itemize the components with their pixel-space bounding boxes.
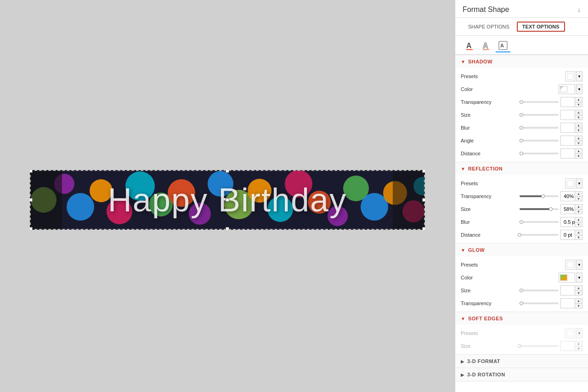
shadow-angle-down[interactable]: ▼: [575, 141, 582, 146]
shadow-blur-down[interactable]: ▼: [575, 128, 582, 133]
reflection-size-up[interactable]: ▲: [575, 205, 582, 210]
shadow-size-down[interactable]: ▼: [575, 115, 582, 120]
shadow-distance-down[interactable]: ▼: [575, 154, 582, 159]
reflection-transparency-thumb[interactable]: [541, 194, 545, 198]
reflection-size-thumb[interactable]: [549, 207, 553, 211]
shadow-size-up[interactable]: ▲: [575, 110, 582, 115]
glow-transparency-down[interactable]: ▼: [575, 304, 582, 308]
glow-size-track[interactable]: [520, 290, 559, 291]
handle-tc[interactable]: [226, 170, 229, 173]
text-effects-tab[interactable]: A: [496, 40, 510, 52]
glow-transparency-thumb[interactable]: [520, 301, 523, 305]
handle-bl[interactable]: [30, 227, 33, 230]
3d-rotation-header[interactable]: ▶ 3-D ROTATION: [455, 368, 588, 381]
soft-edges-presets-row: Presets ▼: [455, 327, 588, 340]
shadow-size-track[interactable]: [520, 114, 559, 116]
shadow-color-picker[interactable]: [559, 84, 575, 94]
glow-transparency-value[interactable]: ▲ ▼: [560, 298, 582, 308]
reflection-header[interactable]: ▼ REFLECTION: [455, 162, 588, 175]
reflection-transparency-down[interactable]: ▼: [575, 197, 582, 201]
shadow-size-thumb[interactable]: [520, 113, 523, 117]
reflection-size-down[interactable]: ▼: [575, 210, 582, 214]
shadow-angle-thumb[interactable]: [520, 139, 523, 142]
shadow-presets-btn[interactable]: [565, 71, 575, 81]
reflection-blur-down[interactable]: ▼: [575, 222, 582, 227]
text-outline-tab[interactable]: A: [479, 40, 494, 52]
reflection-distance-value[interactable]: 0 pt ▲ ▼: [560, 230, 582, 240]
shadow-distance-value[interactable]: ▲ ▼: [560, 148, 582, 159]
soft-edges-presets-control: ▼: [565, 328, 582, 338]
reflection-distance-down[interactable]: ▼: [575, 235, 582, 240]
shadow-blur-thumb[interactable]: [520, 126, 523, 130]
shadow-angle-value[interactable]: ▲ ▼: [560, 136, 582, 146]
shadow-distance-track[interactable]: [520, 153, 559, 154]
shadow-blur-value[interactable]: ▲ ▼: [560, 123, 582, 133]
reflection-distance-track[interactable]: [520, 234, 559, 236]
text-options-tab[interactable]: TEXT OPTIONS: [517, 22, 565, 32]
reflection-distance-thumb[interactable]: [518, 233, 521, 237]
center-handle[interactable]: [226, 198, 229, 202]
shadow-size-value[interactable]: ▲ ▼: [560, 110, 582, 120]
shadow-transparency-thumb[interactable]: [520, 100, 523, 104]
soft-edges-size-value[interactable]: ▲ ▼: [560, 341, 582, 351]
shadow-size-slider-container: [520, 114, 559, 116]
shadow-color-arrow[interactable]: ▼: [576, 84, 582, 94]
glow-presets-btn[interactable]: [565, 260, 575, 270]
reflection-transparency-track[interactable]: [520, 195, 559, 197]
soft-edges-size-down[interactable]: ▼: [575, 347, 582, 351]
close-icon[interactable]: ↓: [577, 6, 581, 13]
reflection-blur-track[interactable]: [520, 221, 559, 223]
shadow-angle-track[interactable]: [520, 140, 559, 142]
shadow-transparency-up[interactable]: ▲: [575, 97, 582, 102]
shadow-blur-up[interactable]: ▲: [575, 123, 582, 128]
glow-header[interactable]: ▼ GLOW: [455, 244, 588, 256]
shadow-transparency-value[interactable]: ▲ ▼: [560, 97, 582, 107]
reflection-presets-arrow[interactable]: ▼: [576, 178, 582, 188]
reflection-size-track[interactable]: [520, 208, 559, 210]
soft-edges-presets-btn[interactable]: [565, 328, 575, 338]
3d-format-header[interactable]: ▶ 3-D FORMAT: [455, 355, 588, 368]
shape-options-tab[interactable]: SHAPE OPTIONS: [463, 22, 515, 31]
shadow-presets-arrow[interactable]: ▼: [576, 71, 582, 81]
handle-bc[interactable]: [226, 227, 229, 230]
reflection-size-value[interactable]: 58% ▲ ▼: [560, 204, 582, 214]
shadow-angle-up[interactable]: ▲: [575, 136, 582, 141]
svg-text:A: A: [500, 43, 504, 48]
reflection-presets-btn[interactable]: [565, 178, 575, 188]
banner-image[interactable]: Happy Birthday ↻: [30, 170, 425, 230]
reflection-blur-up[interactable]: ▲: [575, 217, 582, 222]
handle-tl[interactable]: [30, 170, 33, 173]
reflection-distance-up[interactable]: ▲: [575, 230, 582, 235]
glow-presets-control: ▼: [565, 260, 582, 270]
glow-transparency-track[interactable]: [520, 302, 559, 304]
reflection-blur-value[interactable]: 0.5 pt ▲ ▼: [560, 217, 582, 227]
glow-size-thumb[interactable]: [520, 289, 523, 292]
glow-color-picker[interactable]: [559, 273, 575, 283]
glow-color-arrow[interactable]: ▼: [576, 273, 582, 283]
shadow-transparency-track[interactable]: [520, 101, 559, 103]
soft-edges-size-up[interactable]: ▲: [575, 341, 582, 347]
shadow-distance-thumb[interactable]: [520, 152, 523, 155]
soft-edges-size-track[interactable]: [520, 345, 559, 347]
glow-presets-arrow[interactable]: ▼: [576, 260, 582, 270]
glow-size-down[interactable]: ▼: [575, 291, 582, 295]
shadow-header[interactable]: ▼ SHADOW: [455, 55, 588, 68]
shadow-transparency-down[interactable]: ▼: [575, 102, 582, 107]
soft-edges-header[interactable]: ▼ SOFT EDGES: [455, 312, 588, 325]
glow-size-up[interactable]: ▲: [575, 286, 582, 291]
shadow-distance-up[interactable]: ▲: [575, 149, 582, 154]
handle-br[interactable]: [422, 227, 425, 230]
handle-mr[interactable]: [422, 198, 425, 202]
reflection-blur-thumb[interactable]: [520, 220, 523, 224]
text-fill-tab[interactable]: A: [463, 40, 477, 52]
handle-tr[interactable]: [422, 170, 425, 173]
shadow-presets-control: ▼: [565, 71, 582, 81]
handle-ml[interactable]: [30, 198, 33, 202]
reflection-transparency-value[interactable]: 40% ▲ ▼: [560, 191, 582, 201]
soft-edges-size-thumb[interactable]: [518, 344, 521, 348]
reflection-transparency-up[interactable]: ▲: [575, 192, 582, 197]
shadow-blur-track[interactable]: [520, 127, 559, 129]
glow-transparency-up[interactable]: ▲: [575, 299, 582, 304]
glow-size-value[interactable]: ▲ ▼: [560, 285, 582, 295]
soft-edges-presets-arrow[interactable]: ▼: [576, 328, 582, 338]
